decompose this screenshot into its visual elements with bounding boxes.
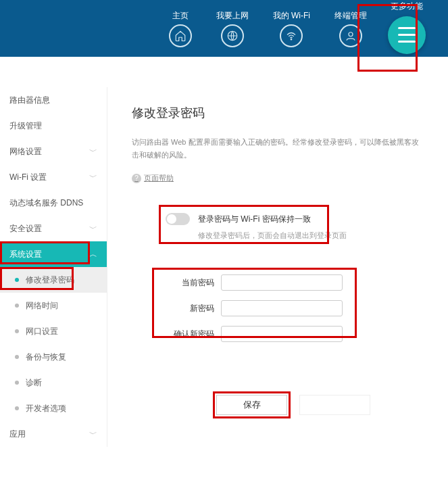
sidebar-sub-net-time[interactable]: 网络时间 [0,293,107,318]
sidebar-label: 系统设置 [9,249,42,260]
user-icon [339,24,362,47]
sidebar-label: 动态域名服务 DDNS [9,197,83,209]
main-area: 路由器信息 升级管理 网络设置﹀ Wi-Fi 设置﹀ 动态域名服务 DDNS 安… [0,87,448,447]
same-as-wifi-toggle[interactable] [166,213,190,225]
sidebar-label: 应用 [9,429,26,440]
page-desc: 访问路由器 Web 配置界面需要输入正确的密码。经常修改登录密码，可以降低被黑客… [132,136,421,161]
password-fields: 当前密码 新密码 确认新密码 [166,272,421,354]
nav-home[interactable]: 主页 [169,10,192,47]
dot-icon [15,381,19,385]
sidebar-item-security[interactable]: 安全设置﹀ [0,216,107,241]
sidebar-sub-label: 修改登录密码 [26,274,74,286]
sidebar-label: 路由器信息 [9,95,50,106]
toggle-label: 登录密码与 Wi-Fi 密码保持一致 [198,214,311,225]
nav-internet[interactable]: 我要上网 [216,10,249,47]
sidebar-label: Wi-Fi 设置 [9,172,47,183]
sidebar-sub-change-pwd[interactable]: 修改登录密码 [0,267,107,293]
new-pwd-label: 新密码 [166,303,214,314]
secondary-button[interactable] [299,395,370,415]
dot-icon [15,304,19,308]
help-icon: ? [132,174,141,183]
sidebar-sub-diag[interactable]: 诊断 [0,370,107,395]
sidebar-sub-label: 开发者选项 [26,403,66,414]
chevron-down-icon: ﹀ [89,146,97,158]
nav-home-label: 主页 [172,10,189,22]
page-title: 修改登录密码 [132,105,421,121]
sidebar-item-router-info[interactable]: 路由器信息 [0,87,107,113]
confirm-pwd-input[interactable] [221,326,343,342]
sidebar-item-wifi[interactable]: Wi-Fi 设置﹀ [0,164,107,190]
sidebar-item-system[interactable]: 系统设置︿ [0,241,107,267]
highlight-save [213,391,291,418]
nav-devices[interactable]: 终端管理 [334,10,367,47]
content: 修改登录密码 访问路由器 Web 配置界面需要输入正确的密码。经常修改登录密码，… [107,87,448,447]
chevron-up-icon: ︿ [89,249,97,260]
help-link[interactable]: ? 页面帮助 [132,173,421,183]
sidebar-label: 安全设置 [9,223,42,235]
sidebar-item-upgrade[interactable]: 升级管理 [0,113,107,139]
sidebar-sub-dev-opts[interactable]: 开发者选项 [0,395,107,421]
sidebar-sub-label: 网口设置 [26,326,58,337]
nav-more-label: 更多功能 [391,1,423,12]
sidebar-item-apps[interactable]: 应用﹀ [0,421,107,447]
chevron-down-icon: ﹀ [89,172,97,183]
nav-internet-label: 我要上网 [216,10,249,22]
form-area: 登录密码与 Wi-Fi 密码保持一致 修改登录密码后，页面会自动退出到登录页面 … [166,209,421,415]
chevron-down-icon: ﹀ [89,429,97,440]
dot-icon [15,278,19,282]
wifi-icon [280,24,303,47]
globe-icon [221,24,244,47]
toggle-block: 登录密码与 Wi-Fi 密码保持一致 修改登录密码后，页面会自动退出到登录页面 [166,209,421,249]
sidebar-item-ddns[interactable]: 动态域名服务 DDNS [0,190,107,216]
sidebar-sub-label: 网络时间 [26,300,58,312]
dot-icon [15,355,19,359]
nav-more[interactable]: 更多功能 [379,3,434,54]
sidebar-label: 升级管理 [9,120,42,132]
chevron-down-icon: ﹀ [89,223,97,235]
hamburger-icon[interactable] [388,16,426,54]
svg-point-2 [349,32,353,36]
toggle-hint: 修改登录密码后，页面会自动退出到登录页面 [198,231,421,241]
sidebar-sub-port[interactable]: 网口设置 [0,318,107,344]
dot-icon [15,329,19,333]
sidebar-item-network[interactable]: 网络设置﹀ [0,139,107,164]
sidebar-label: 网络设置 [9,146,42,158]
confirm-pwd-label: 确认新密码 [166,329,214,340]
sidebar-sub-label: 备份与恢复 [26,352,66,363]
dot-icon [15,406,19,410]
sidebar-sub-backup[interactable]: 备份与恢复 [0,344,107,370]
nav-wifi[interactable]: 我的 Wi-Fi [273,10,310,47]
button-row: 保存 [166,395,421,415]
new-pwd-input[interactable] [221,300,343,316]
top-nav: 主页 我要上网 我的 Wi-Fi 终端管理 更多功能 [0,0,448,57]
home-icon [169,24,192,47]
current-pwd-label: 当前密码 [166,277,214,289]
svg-point-1 [291,39,293,40]
sidebar-sub-label: 诊断 [26,377,42,389]
nav-devices-label: 终端管理 [334,10,367,22]
current-pwd-input[interactable] [221,274,343,291]
sidebar: 路由器信息 升级管理 网络设置﹀ Wi-Fi 设置﹀ 动态域名服务 DDNS 安… [0,87,107,447]
nav-wifi-label: 我的 Wi-Fi [273,10,310,22]
help-label: 页面帮助 [144,173,174,183]
